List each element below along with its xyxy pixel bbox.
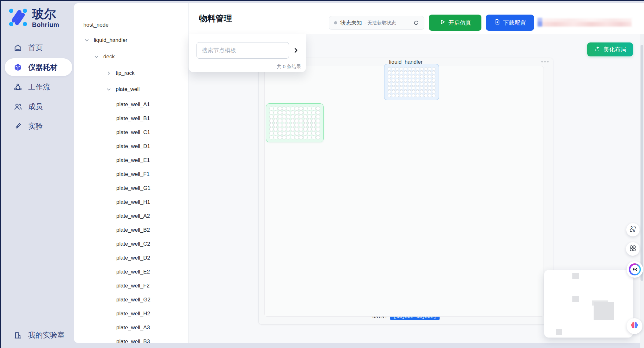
well bbox=[408, 82, 411, 86]
tree-node[interactable]: plate_well_H1 bbox=[74, 195, 188, 209]
sidebar-item-workflow[interactable]: 工作流 bbox=[5, 78, 72, 96]
sidebar-item-instruments[interactable]: 仪器耗材 bbox=[5, 58, 72, 76]
well bbox=[392, 79, 395, 82]
chevron-down-icon[interactable] bbox=[93, 54, 99, 60]
download-config-button[interactable]: 下载配置 bbox=[486, 15, 534, 31]
tree-node[interactable]: plate_well_G2 bbox=[74, 293, 188, 307]
brand-logo[interactable]: 玻尔 Bohrium bbox=[8, 8, 59, 29]
app-window: 玻尔 Bohrium 首页 仪器耗材 工作流 bbox=[0, 0, 644, 348]
well bbox=[278, 106, 282, 111]
well bbox=[396, 75, 399, 78]
tree-node[interactable]: plate_well_B2 bbox=[74, 223, 188, 237]
tree-node[interactable]: plate_well_D2 bbox=[74, 251, 188, 265]
well bbox=[312, 111, 316, 115]
well bbox=[316, 115, 320, 119]
well bbox=[388, 82, 391, 86]
plate-well-plate[interactable] bbox=[266, 103, 324, 142]
well bbox=[278, 115, 282, 119]
more-icon[interactable] bbox=[541, 61, 549, 62]
tree-node[interactable]: plate_well_A1 bbox=[74, 98, 188, 112]
well bbox=[295, 135, 299, 139]
minimap-node bbox=[572, 296, 579, 302]
tree-node[interactable]: plate_well_B3 bbox=[74, 335, 188, 343]
sidebar-item-my-lab[interactable]: 我的实验室 bbox=[5, 326, 72, 344]
tree-node[interactable]: plate_well_F1 bbox=[74, 167, 188, 181]
sidebar-item-members[interactable]: 成员 bbox=[5, 98, 72, 115]
well bbox=[286, 106, 290, 111]
well bbox=[428, 75, 431, 78]
start-simulation-button[interactable]: 开启仿真 bbox=[429, 15, 481, 31]
tree-node[interactable]: plate_well_E2 bbox=[74, 265, 188, 279]
well bbox=[408, 90, 411, 93]
well bbox=[396, 67, 399, 71]
well bbox=[432, 71, 435, 74]
well bbox=[269, 131, 274, 135]
well bbox=[274, 123, 278, 127]
well bbox=[299, 111, 303, 115]
refresh-icon[interactable] bbox=[413, 20, 419, 26]
sidebar-item-home[interactable]: 首页 bbox=[5, 39, 72, 56]
tree-node[interactable]: plate_well bbox=[74, 82, 188, 96]
well bbox=[286, 115, 290, 119]
well bbox=[303, 119, 307, 123]
well bbox=[392, 82, 395, 86]
status-detail: - 无法获取状态 bbox=[364, 20, 396, 26]
well bbox=[274, 135, 278, 139]
main-area: 物料管理 状态未知 - 无法获取状态 开启仿真 下载配置 bbox=[189, 3, 644, 343]
tree-node[interactable]: plate_well_A2 bbox=[74, 209, 188, 223]
well bbox=[420, 79, 423, 82]
tree-node[interactable]: plate_well_A3 bbox=[74, 321, 188, 335]
well bbox=[412, 90, 415, 93]
well bbox=[432, 79, 435, 82]
well bbox=[404, 90, 407, 93]
well bbox=[428, 86, 431, 90]
well bbox=[392, 75, 395, 78]
scrollbar-thumb[interactable] bbox=[641, 45, 643, 281]
tree-node[interactable]: plate_well_G1 bbox=[74, 181, 188, 195]
tree-node[interactable]: deck bbox=[74, 50, 188, 64]
ai-brain-button[interactable] bbox=[627, 318, 642, 334]
chevron-down-icon[interactable] bbox=[106, 87, 112, 92]
well bbox=[388, 86, 391, 90]
well bbox=[408, 67, 411, 71]
sidebar-item-experiments[interactable]: 实验 bbox=[5, 117, 72, 135]
well bbox=[307, 131, 312, 135]
well bbox=[307, 119, 312, 123]
well bbox=[274, 127, 278, 131]
tree-node[interactable]: plate_well_F2 bbox=[74, 279, 188, 293]
tree-node[interactable]: plate_well_C2 bbox=[74, 237, 188, 251]
minimap[interactable] bbox=[544, 270, 633, 338]
beautify-layout-button[interactable]: 美化布局 bbox=[587, 42, 633, 56]
well bbox=[408, 86, 411, 90]
components-button[interactable] bbox=[626, 242, 640, 256]
well bbox=[286, 119, 290, 123]
tree-node[interactable]: plate_well_B1 bbox=[74, 112, 188, 126]
chevron-right-icon[interactable] bbox=[106, 70, 112, 76]
vertical-scrollbar[interactable] bbox=[640, 34, 644, 348]
well bbox=[282, 127, 286, 131]
liquid-handler-node[interactable]: liquid_handler data: [object Object] bbox=[258, 58, 553, 325]
tree-node[interactable]: plate_well_C1 bbox=[74, 126, 188, 139]
well bbox=[420, 71, 423, 74]
tree-node[interactable]: plate_well_H2 bbox=[74, 307, 188, 321]
tree-node[interactable]: plate_well_E1 bbox=[74, 153, 188, 167]
tip-rack-plate[interactable] bbox=[384, 64, 439, 100]
well bbox=[299, 135, 303, 139]
redacted-user-info bbox=[538, 17, 633, 27]
chevron-down-icon[interactable] bbox=[84, 37, 90, 43]
tree-node[interactable]: tip_rack bbox=[74, 66, 188, 80]
tree-node[interactable]: liquid_handler bbox=[74, 33, 188, 47]
chevron-right-icon[interactable] bbox=[292, 46, 300, 55]
well bbox=[400, 75, 403, 78]
brain-icon bbox=[630, 321, 639, 331]
node-tree-panel: host_node liquid_handler deck tip_rack p… bbox=[74, 3, 189, 343]
well bbox=[396, 90, 399, 93]
layout-canvas[interactable]: 美化布局 liquid_handler data: [object Object… bbox=[189, 34, 644, 343]
tree-node[interactable]: plate_well_D1 bbox=[74, 139, 188, 153]
well bbox=[412, 67, 415, 71]
search-input[interactable] bbox=[196, 42, 289, 59]
tree-node[interactable]: host_node bbox=[74, 18, 188, 32]
robot-icon bbox=[629, 263, 641, 275]
assistant-robot-button[interactable] bbox=[627, 261, 643, 278]
translate-button[interactable]: 文A bbox=[626, 223, 640, 236]
